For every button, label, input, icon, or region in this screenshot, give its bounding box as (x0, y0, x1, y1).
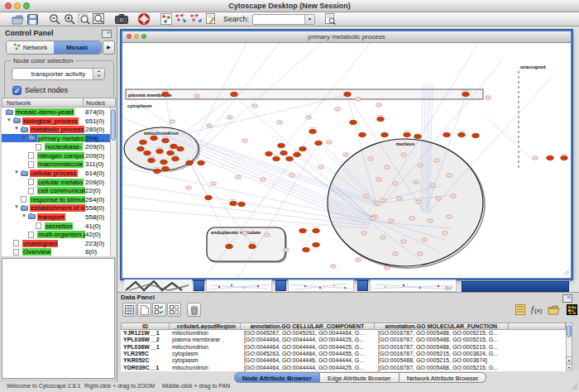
network-edit-icon-1[interactable] (174, 12, 189, 26)
network-node[interactable] (313, 228, 320, 232)
scroll-up-icon[interactable]: ▲ (567, 356, 572, 364)
minimized-frame-icon[interactable] (275, 280, 286, 291)
network-node[interactable] (286, 156, 294, 160)
network-node[interactable] (294, 152, 301, 156)
network-node[interactable] (472, 133, 480, 137)
active-minimized-bar[interactable] (462, 281, 569, 292)
network-node[interactable] (299, 228, 307, 232)
attribute-table-header[interactable]: ID_cellularLayoutRegionannotation.GO CEL… (121, 323, 566, 330)
network-node[interactable] (160, 160, 168, 164)
node-color-dropdown[interactable]: transporter activity ▲▼ (12, 68, 105, 80)
network-node[interactable] (458, 132, 466, 136)
tree-row[interactable]: cell communicat22(0) (2, 186, 110, 195)
float-data-panel-icon[interactable] (562, 294, 572, 303)
minimized-window-3[interactable]: f(x) (370, 280, 457, 292)
help-lifesaver-icon[interactable] (136, 12, 151, 26)
tree-expand-icon[interactable]: ▼ (22, 135, 26, 140)
open-folder-icon[interactable] (10, 12, 25, 26)
network-canvas[interactable]: plasma membranecytoplasmmitochondrionnuc… (122, 43, 571, 278)
tree-row[interactable]: nitrogen compo209(0) (2, 151, 110, 160)
tree-expand-icon[interactable]: ▼ (14, 170, 19, 174)
float-panel-icon[interactable] (102, 30, 112, 38)
network-node[interactable] (172, 156, 179, 160)
network-node[interactable] (249, 244, 256, 248)
network-node[interactable] (144, 151, 151, 155)
function-builder-icon[interactable]: f(x) (530, 304, 543, 316)
minimized-window-2[interactable] (288, 280, 354, 292)
network-node[interactable] (381, 132, 389, 136)
tree-row[interactable]: unassigned223(0) (2, 239, 110, 248)
network-node[interactable] (414, 134, 422, 138)
unselect-attributes-icon[interactable] (167, 303, 181, 317)
minimized-frame-icon[interactable] (194, 280, 204, 291)
network-tree-header[interactable]: Network Nodes (2, 98, 116, 108)
tree-row[interactable]: ▼cellular process614(0) (2, 169, 110, 178)
annotation-icon[interactable] (203, 12, 218, 26)
network-node[interactable] (315, 141, 323, 145)
network-node[interactable] (273, 156, 280, 160)
table-header-cell[interactable]: _cellularLayoutRegion (170, 323, 241, 330)
network-node[interactable] (151, 136, 158, 140)
tree-row[interactable]: ▼transport558(0) (2, 213, 110, 222)
delete-attribute-icon[interactable] (187, 303, 201, 317)
network-node[interactable] (148, 158, 156, 162)
table-header-cell[interactable] (509, 323, 566, 330)
tree-row[interactable]: response to stimulu264(0) (2, 195, 110, 204)
network-node[interactable] (299, 146, 307, 151)
tree-row[interactable]: Overview8(0) (2, 247, 110, 256)
new-attribute-icon[interactable] (137, 303, 151, 317)
network-node[interactable] (266, 151, 273, 155)
network-node[interactable] (198, 160, 205, 165)
birdseye-view-panel[interactable] (2, 258, 115, 379)
tree-row[interactable]: macromolecule311(0) (2, 160, 110, 169)
network-node[interactable] (156, 149, 164, 153)
network-window[interactable]: primary metabolic process plasma membran… (121, 30, 572, 280)
scroll-down-icon[interactable]: ▼ (567, 364, 572, 371)
network-node[interactable] (167, 151, 175, 155)
tree-row[interactable]: nucleobase-209(0) (2, 142, 110, 151)
network-node[interactable] (359, 132, 366, 136)
network-node[interactable] (350, 120, 357, 124)
save-icon[interactable] (25, 12, 40, 26)
table-header-cell[interactable]: annotation.GO CELLULAR_COMPONENT (241, 323, 375, 330)
table-row[interactable]: YKR052Ccytoplasm[GO:0044464, GO:0044446,… (121, 357, 566, 364)
import-attributes-icon[interactable] (547, 304, 560, 316)
tree-row[interactable]: mosaic-demo-yeast874(0) (2, 108, 110, 117)
network-node[interactable] (278, 143, 285, 147)
tree-expand-icon[interactable]: ▼ (14, 126, 19, 131)
vizmapper-icon[interactable] (159, 12, 174, 26)
tree-scrollbar[interactable] (110, 108, 116, 256)
network-window-titlebar[interactable]: primary metabolic process (122, 31, 571, 43)
network-node[interactable] (177, 146, 184, 151)
region-plasma-membrane[interactable] (126, 89, 483, 99)
tree-expand-icon[interactable]: ▼ (22, 213, 26, 218)
zoom-selected-icon[interactable] (77, 12, 92, 26)
attribute-grid-icon[interactable] (122, 303, 136, 317)
camera-icon[interactable] (114, 12, 129, 26)
tree-row[interactable]: multi-organism pro42(0) (2, 230, 110, 239)
network-node[interactable] (313, 242, 320, 246)
table-header-cell[interactable]: annotation.GO MOLECULAR_FUNCTION (375, 323, 509, 330)
tree-row[interactable]: ▼metabolic process280(0) (2, 125, 110, 134)
table-row[interactable]: YPL036W__2plasma membrane[GO:0044464, GO… (121, 337, 566, 343)
tree-row[interactable]: ▼primary metabo209(... (2, 134, 110, 143)
network-node[interactable] (547, 155, 554, 160)
network-node[interactable] (561, 155, 568, 160)
select-attributes-icon[interactable] (152, 303, 166, 317)
network-node[interactable] (231, 92, 238, 96)
network-node[interactable] (377, 117, 385, 121)
tree-row[interactable]: secretion41(0) (2, 222, 110, 231)
minimized-window-1[interactable] (206, 280, 272, 292)
table-row[interactable]: YLR295Ccytoplasm[GO:0045263, GO:0044464,… (121, 351, 566, 357)
network-node[interactable] (462, 92, 470, 96)
search-dropdown-arrow-icon[interactable]: ▾ (304, 15, 314, 24)
network-node[interactable] (443, 132, 451, 136)
table-row[interactable]: YJR121W__1mitochondrion[GO:0045267, GO:0… (121, 330, 566, 337)
overview-thumbnail[interactable] (124, 280, 192, 292)
network-node[interactable] (230, 201, 237, 205)
search-input[interactable]: ▾ (252, 14, 315, 25)
network-node[interactable] (137, 146, 145, 151)
zoom-out-icon[interactable] (47, 12, 62, 26)
minimized-frame-icon[interactable] (357, 280, 368, 291)
tree-scrollbar-thumb[interactable] (111, 109, 116, 141)
